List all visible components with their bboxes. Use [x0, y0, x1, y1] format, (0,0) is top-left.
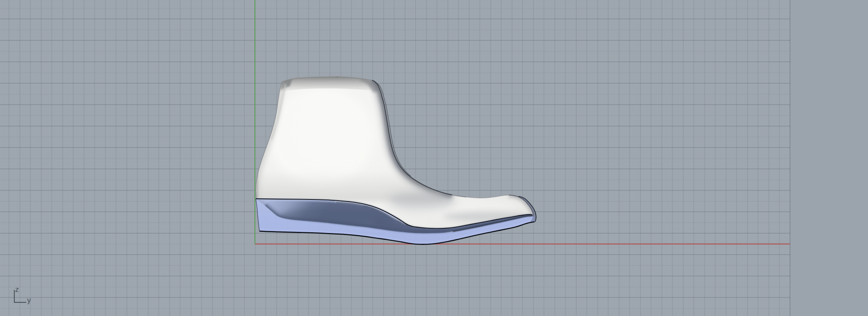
- last-instep-shadow: [389, 192, 456, 209]
- viewport-background: [0, 0, 868, 316]
- cad-viewport[interactable]: z y: [0, 0, 868, 316]
- z-axis-line: [254, 0, 255, 244]
- gizmo-z-label: z: [15, 286, 19, 293]
- x-axis-line: [255, 243, 790, 245]
- gizmo-y-label: y: [27, 296, 31, 304]
